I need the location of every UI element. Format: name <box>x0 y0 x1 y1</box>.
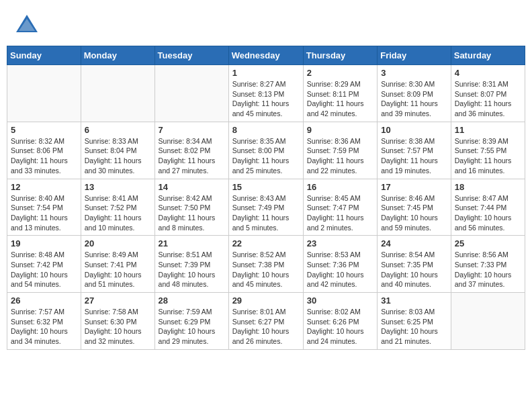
weekday-header-wednesday: Wednesday <box>228 46 303 65</box>
day-info: Sunrise: 8:48 AMSunset: 7:42 PMDaylight:… <box>11 250 77 289</box>
weekday-header-friday: Friday <box>378 46 451 65</box>
calendar-cell: 11Sunrise: 8:39 AMSunset: 7:55 PMDayligh… <box>451 122 525 179</box>
day-info: Sunrise: 8:56 AMSunset: 7:33 PMDaylight:… <box>455 250 521 289</box>
calendar-cell <box>7 65 81 122</box>
day-number: 7 <box>159 125 225 135</box>
day-info: Sunrise: 8:01 AMSunset: 6:27 PMDaylight:… <box>232 307 300 347</box>
day-info: Sunrise: 8:54 AMSunset: 7:35 PMDaylight:… <box>381 250 447 289</box>
calendar-cell: 14Sunrise: 8:42 AMSunset: 7:50 PMDayligh… <box>154 179 228 236</box>
day-info: Sunrise: 8:41 AMSunset: 7:52 PMDaylight:… <box>85 193 151 233</box>
calendar-cell: 31Sunrise: 8:03 AMSunset: 6:25 PMDayligh… <box>378 293 451 350</box>
calendar-cell <box>81 65 154 122</box>
calendar-cell: 7Sunrise: 8:34 AMSunset: 8:02 PMDaylight… <box>154 122 228 179</box>
logo-icon <box>13 12 40 39</box>
calendar-cell: 26Sunrise: 7:57 AMSunset: 6:32 PMDayligh… <box>7 293 81 350</box>
day-info: Sunrise: 8:43 AMSunset: 7:49 PMDaylight:… <box>232 193 300 233</box>
day-info: Sunrise: 8:47 AMSunset: 7:44 PMDaylight:… <box>455 193 521 233</box>
calendar-cell: 1Sunrise: 8:27 AMSunset: 8:13 PMDaylight… <box>228 65 303 122</box>
calendar-cell: 10Sunrise: 8:38 AMSunset: 7:57 PMDayligh… <box>378 122 451 179</box>
day-info: Sunrise: 8:42 AMSunset: 7:50 PMDaylight:… <box>159 193 225 233</box>
day-number: 20 <box>85 238 151 248</box>
day-info: Sunrise: 7:59 AMSunset: 6:29 PMDaylight:… <box>159 307 225 347</box>
day-info: Sunrise: 8:46 AMSunset: 7:45 PMDaylight:… <box>381 193 447 233</box>
calendar-cell: 22Sunrise: 8:52 AMSunset: 7:38 PMDayligh… <box>228 236 303 293</box>
day-number: 11 <box>455 125 521 135</box>
weekday-header-tuesday: Tuesday <box>154 46 228 65</box>
calendar-cell: 15Sunrise: 8:43 AMSunset: 7:49 PMDayligh… <box>228 179 303 236</box>
day-number: 30 <box>307 295 373 306</box>
calendar-week-0: 1Sunrise: 8:27 AMSunset: 8:13 PMDaylight… <box>7 65 525 122</box>
day-number: 29 <box>232 295 300 306</box>
calendar-cell: 24Sunrise: 8:54 AMSunset: 7:35 PMDayligh… <box>378 236 451 293</box>
calendar-cell: 20Sunrise: 8:49 AMSunset: 7:41 PMDayligh… <box>81 236 154 293</box>
day-number: 4 <box>455 68 521 78</box>
weekday-header-sunday: Sunday <box>7 46 81 65</box>
day-number: 18 <box>455 182 521 192</box>
calendar-cell: 16Sunrise: 8:45 AMSunset: 7:47 PMDayligh… <box>303 179 377 236</box>
day-number: 25 <box>455 238 521 248</box>
calendar-week-3: 19Sunrise: 8:48 AMSunset: 7:42 PMDayligh… <box>7 236 525 293</box>
day-number: 26 <box>11 295 77 306</box>
page: SundayMondayTuesdayWednesdayThursdayFrid… <box>0 0 532 411</box>
day-info: Sunrise: 8:35 AMSunset: 8:00 PMDaylight:… <box>232 136 300 176</box>
calendar-cell: 17Sunrise: 8:46 AMSunset: 7:45 PMDayligh… <box>378 179 451 236</box>
calendar-cell: 5Sunrise: 8:32 AMSunset: 8:06 PMDaylight… <box>7 122 81 179</box>
day-info: Sunrise: 8:30 AMSunset: 8:09 PMDaylight:… <box>381 79 447 119</box>
day-number: 13 <box>85 182 151 192</box>
calendar-cell: 3Sunrise: 8:30 AMSunset: 8:09 PMDaylight… <box>378 65 451 122</box>
calendar-cell <box>154 65 228 122</box>
day-info: Sunrise: 8:40 AMSunset: 7:54 PMDaylight:… <box>11 193 77 233</box>
calendar-cell: 28Sunrise: 7:59 AMSunset: 6:29 PMDayligh… <box>154 293 228 350</box>
calendar-cell: 2Sunrise: 8:29 AMSunset: 8:11 PMDaylight… <box>303 65 377 122</box>
calendar-cell: 25Sunrise: 8:56 AMSunset: 7:33 PMDayligh… <box>451 236 525 293</box>
day-info: Sunrise: 8:33 AMSunset: 8:04 PMDaylight:… <box>85 136 151 176</box>
day-number: 12 <box>11 182 77 192</box>
day-number: 21 <box>159 238 225 248</box>
day-info: Sunrise: 8:36 AMSunset: 7:59 PMDaylight:… <box>307 136 373 176</box>
weekday-header-thursday: Thursday <box>303 46 377 65</box>
calendar-cell: 4Sunrise: 8:31 AMSunset: 8:07 PMDaylight… <box>451 65 525 122</box>
day-info: Sunrise: 8:38 AMSunset: 7:57 PMDaylight:… <box>381 136 447 176</box>
day-info: Sunrise: 8:49 AMSunset: 7:41 PMDaylight:… <box>85 250 151 289</box>
calendar-week-1: 5Sunrise: 8:32 AMSunset: 8:06 PMDaylight… <box>7 122 525 179</box>
day-number: 27 <box>85 295 151 306</box>
calendar-table: SundayMondayTuesdayWednesdayThursdayFrid… <box>7 46 525 350</box>
day-number: 19 <box>11 238 77 248</box>
logo <box>13 12 43 39</box>
day-info: Sunrise: 8:52 AMSunset: 7:38 PMDaylight:… <box>232 250 300 289</box>
calendar-cell: 21Sunrise: 8:51 AMSunset: 7:39 PMDayligh… <box>154 236 228 293</box>
calendar-cell: 6Sunrise: 8:33 AMSunset: 8:04 PMDaylight… <box>81 122 154 179</box>
calendar-cell <box>451 293 525 350</box>
day-info: Sunrise: 8:03 AMSunset: 6:25 PMDaylight:… <box>381 307 447 347</box>
calendar-cell: 9Sunrise: 8:36 AMSunset: 7:59 PMDaylight… <box>303 122 377 179</box>
weekday-header-monday: Monday <box>81 46 154 65</box>
day-info: Sunrise: 8:29 AMSunset: 8:11 PMDaylight:… <box>307 79 373 119</box>
day-number: 31 <box>381 295 447 306</box>
day-info: Sunrise: 8:34 AMSunset: 8:02 PMDaylight:… <box>159 136 225 176</box>
day-info: Sunrise: 8:27 AMSunset: 8:13 PMDaylight:… <box>232 79 300 119</box>
day-number: 6 <box>85 125 151 135</box>
day-number: 22 <box>232 238 300 248</box>
day-number: 10 <box>381 125 447 135</box>
calendar-cell: 30Sunrise: 8:02 AMSunset: 6:26 PMDayligh… <box>303 293 377 350</box>
calendar-cell: 19Sunrise: 8:48 AMSunset: 7:42 PMDayligh… <box>7 236 81 293</box>
calendar-cell: 29Sunrise: 8:01 AMSunset: 6:27 PMDayligh… <box>228 293 303 350</box>
day-info: Sunrise: 8:31 AMSunset: 8:07 PMDaylight:… <box>455 79 521 119</box>
day-number: 15 <box>232 182 300 192</box>
day-number: 17 <box>381 182 447 192</box>
calendar-cell: 8Sunrise: 8:35 AMSunset: 8:00 PMDaylight… <box>228 122 303 179</box>
calendar-week-4: 26Sunrise: 7:57 AMSunset: 6:32 PMDayligh… <box>7 293 525 350</box>
day-number: 16 <box>307 182 373 192</box>
day-number: 8 <box>232 125 300 135</box>
day-number: 2 <box>307 68 373 78</box>
day-info: Sunrise: 8:32 AMSunset: 8:06 PMDaylight:… <box>11 136 77 176</box>
header <box>0 0 532 46</box>
calendar-cell: 27Sunrise: 7:58 AMSunset: 6:30 PMDayligh… <box>81 293 154 350</box>
day-info: Sunrise: 8:51 AMSunset: 7:39 PMDaylight:… <box>159 250 225 289</box>
day-number: 1 <box>232 68 300 78</box>
day-info: Sunrise: 8:02 AMSunset: 6:26 PMDaylight:… <box>307 307 373 347</box>
day-info: Sunrise: 8:53 AMSunset: 7:36 PMDaylight:… <box>307 250 373 289</box>
day-info: Sunrise: 8:45 AMSunset: 7:47 PMDaylight:… <box>307 193 373 233</box>
day-number: 9 <box>307 125 373 135</box>
day-info: Sunrise: 7:57 AMSunset: 6:32 PMDaylight:… <box>11 307 77 347</box>
